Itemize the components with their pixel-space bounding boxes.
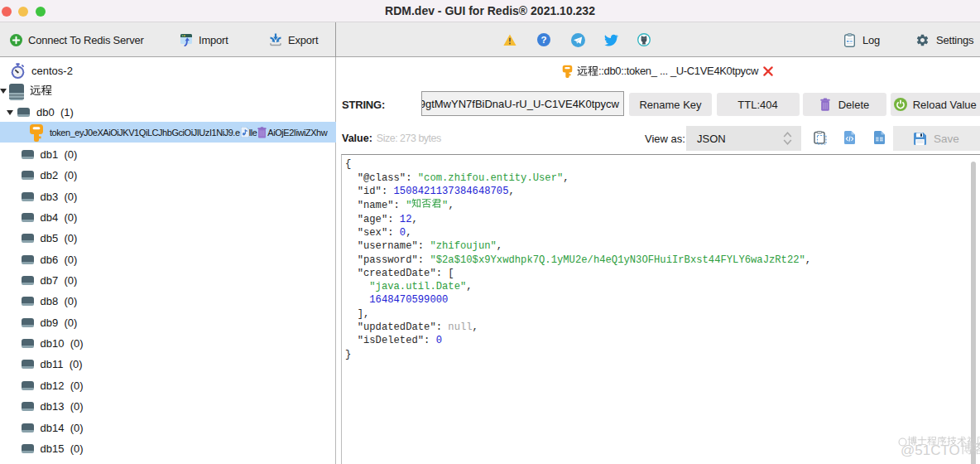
svg-text:?: ? — [541, 35, 547, 45]
